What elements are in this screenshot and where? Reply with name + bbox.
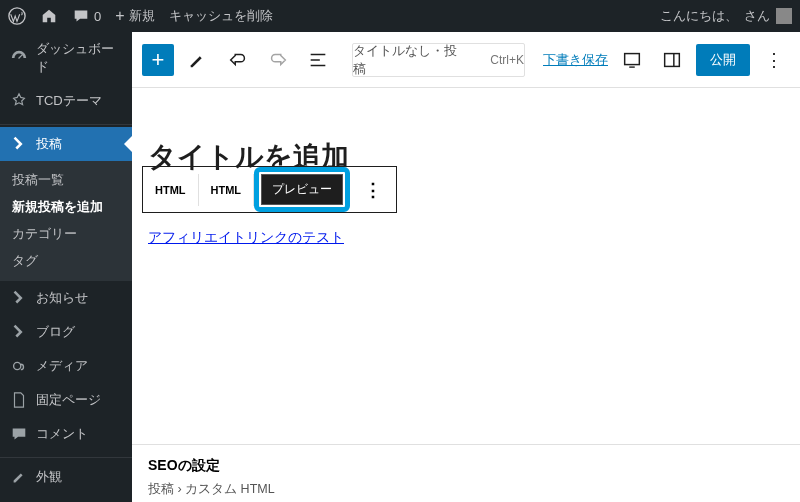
undo-button[interactable] xyxy=(222,44,254,76)
sub-posts-list[interactable]: 投稿一覧 xyxy=(0,167,132,194)
svg-rect-10 xyxy=(629,66,635,67)
menu-tcd[interactable]: TCDテーマ xyxy=(0,84,132,118)
publish-button[interactable]: 公開 xyxy=(696,44,750,76)
options-button[interactable]: ⋮ xyxy=(758,44,790,76)
sidebar-toggle-button[interactable] xyxy=(656,44,688,76)
preview-highlight: プレビュー xyxy=(254,167,350,212)
menu-pages[interactable]: 固定ページ xyxy=(0,383,132,417)
menu-plugins[interactable]: プラグイン xyxy=(0,494,132,502)
add-block-button[interactable]: + xyxy=(142,44,174,76)
outline-button[interactable] xyxy=(302,44,334,76)
menu-comments[interactable]: コメント xyxy=(0,417,132,451)
affiliate-link[interactable]: アフィリエイトリンクのテスト xyxy=(148,229,344,247)
menu-media[interactable]: メディア xyxy=(0,349,132,383)
comments-count[interactable]: 0 xyxy=(72,7,101,25)
editor-canvas[interactable]: タイトルを追加 HTML HTML プレビュー ⋮ アフィリエイトリンクのテスト xyxy=(132,88,800,444)
preview-tab[interactable]: プレビュー xyxy=(261,174,343,205)
document-title-button[interactable]: タイトルなし・投稿Ctrl+K xyxy=(352,43,525,77)
editor-toolbar: + タイトルなし・投稿Ctrl+K 下書き保存 公開 ⋮ xyxy=(132,32,800,88)
posts-submenu: 投稿一覧 新規投稿を追加 カテゴリー タグ xyxy=(0,161,132,281)
sub-posts-tag[interactable]: タグ xyxy=(0,248,132,275)
post-title-input[interactable]: タイトルを追加 xyxy=(148,138,784,176)
html-tab[interactable]: HTML xyxy=(199,174,255,206)
menu-appearance[interactable]: 外観 xyxy=(0,460,132,494)
sub-posts-cat[interactable]: カテゴリー xyxy=(0,221,132,248)
edit-mode-button[interactable] xyxy=(182,44,214,76)
home-icon[interactable] xyxy=(40,7,58,25)
menu-posts[interactable]: 投稿 xyxy=(0,127,132,161)
breadcrumb[interactable]: 投稿 › カスタム HTML xyxy=(148,481,784,498)
menu-dashboard[interactable]: ダッシュボード xyxy=(0,32,132,84)
wordpress-logo-icon[interactable] xyxy=(8,7,26,25)
svg-point-1 xyxy=(14,362,21,369)
greeting-text: こんにちは、 xyxy=(660,7,738,25)
comments-count-value: 0 xyxy=(94,9,101,24)
avatar[interactable] xyxy=(776,8,792,24)
menu-blog[interactable]: ブログ xyxy=(0,315,132,349)
seo-panel: SEOの設定 投稿 › カスタム HTML xyxy=(132,444,800,502)
redo-button[interactable] xyxy=(262,44,294,76)
block-toolbar: HTML HTML プレビュー ⋮ xyxy=(142,166,397,213)
new-label: 新規 xyxy=(129,7,155,25)
preview-device-button[interactable] xyxy=(616,44,648,76)
svg-rect-11 xyxy=(665,53,680,66)
admin-bar: 0 +新規 キャッシュを削除 こんにちは、 さん xyxy=(0,0,800,32)
cache-clear[interactable]: キャッシュを削除 xyxy=(169,7,273,25)
admin-sidebar: ダッシュボード TCDテーマ 投稿 投稿一覧 新規投稿を追加 カテゴリー タグ … xyxy=(0,32,132,502)
editor-content: + タイトルなし・投稿Ctrl+K 下書き保存 公開 ⋮ タイトルを追加 HTM… xyxy=(132,32,800,502)
sub-posts-new[interactable]: 新規投稿を追加 xyxy=(0,194,132,221)
block-type-icon[interactable]: HTML xyxy=(143,174,199,206)
menu-notice[interactable]: お知らせ xyxy=(0,281,132,315)
seo-heading: SEOの設定 xyxy=(148,457,784,475)
block-options-button[interactable]: ⋮ xyxy=(350,180,396,200)
save-draft-button[interactable]: 下書き保存 xyxy=(543,51,608,69)
new-item[interactable]: +新規 xyxy=(115,7,154,25)
svg-rect-9 xyxy=(625,53,640,64)
user-suffix: さん xyxy=(744,7,770,25)
